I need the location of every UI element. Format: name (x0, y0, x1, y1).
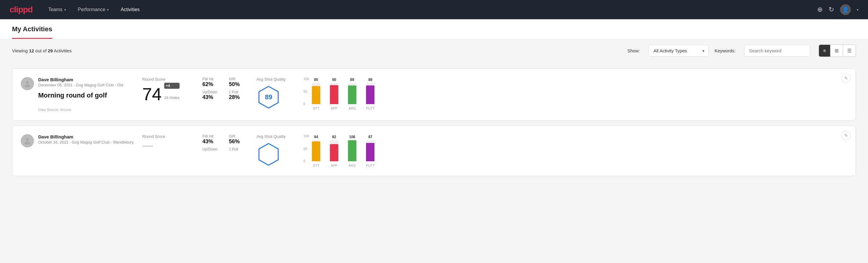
card-quality-section: Avg Shot Quality 89 (249, 77, 298, 109)
bar-track (348, 140, 356, 161)
bars-group: 85 OTT 90 APP 89 ARG 89 (312, 82, 847, 110)
bar-x-label: APP (331, 164, 337, 167)
nav-teams[interactable]: Teams ▾ (47, 4, 67, 15)
bars-group: 94 OTT 82 APP 106 ARG 8 (312, 139, 847, 167)
stat-label: 1 Putt (229, 90, 249, 94)
nav-activities-label: Activities (121, 7, 140, 12)
svg-marker-5 (259, 144, 278, 165)
nav-teams-label: Teams (48, 7, 62, 12)
list-dense-icon: ≡ (823, 48, 826, 54)
navbar: clippd Teams ▾ Performance ▾ Activities … (0, 0, 868, 19)
logo[interactable]: clippd (10, 5, 32, 14)
card-user-name: Dave Billingham (38, 77, 135, 82)
score-label: Round Score (142, 77, 195, 82)
bar-track (366, 83, 374, 104)
list-wide-view-button[interactable]: ☰ (843, 45, 856, 57)
stat-value: 43% (203, 139, 223, 145)
card-user-info: Dave Billingham October 16, 2021 · Gog M… (38, 134, 135, 144)
page-title: My Activities (12, 25, 52, 33)
card-data-source: Data Source: Arccos (38, 108, 135, 112)
bar-fill (312, 141, 320, 161)
bar-fill (348, 140, 356, 161)
bar-value: 90 (332, 78, 336, 82)
card-date-course: October 16, 2021 · Gog Magog Golf Club -… (38, 140, 135, 144)
activity-type-select-wrap: All Activity Types (648, 45, 709, 57)
stat-item: 1 Putt (229, 147, 249, 151)
stat-item: Up/Down 43% (203, 90, 223, 100)
avatar[interactable]: 👤 (840, 4, 851, 15)
card-date-course: December 05, 2021 · Gog Magog Golf Club … (38, 83, 135, 87)
svg-point-1 (25, 85, 30, 87)
viewing-count-text: Viewing 12 out of 29 Activities (12, 48, 71, 53)
bar-value: 94 (314, 135, 318, 139)
card-score-section: Round Score — (135, 134, 195, 151)
quality-label: Avg Shot Quality (256, 77, 286, 82)
stat-label: FW Hit (203, 77, 223, 81)
y-label-50: 50 (304, 90, 309, 93)
add-button[interactable]: ⊕ (817, 6, 823, 13)
bar-fill (366, 143, 374, 161)
bar-value: 85 (314, 78, 318, 82)
grid-icon: ⊞ (835, 48, 839, 54)
bar-x-label: APP (331, 107, 337, 110)
search-input[interactable] (744, 45, 810, 57)
stat-item: FW Hit 43% (203, 134, 223, 145)
bar-value: 82 (332, 135, 336, 139)
bar-track (366, 140, 374, 161)
avatar-chevron[interactable]: ▾ (857, 8, 858, 11)
card-stats-section: FW Hit 62% GIR 50% Up/Down 43% 1 Putt 28… (195, 77, 249, 100)
stat-label: GIR (229, 77, 249, 81)
grid-view-button[interactable]: ⊞ (830, 45, 843, 57)
stat-value: 50% (229, 81, 249, 88)
y-label-0: 0 (304, 159, 309, 163)
card-quality-section: Avg Shot Quality (249, 134, 298, 167)
bar-fill (366, 85, 374, 104)
chart-y-labels: 100 50 0 (304, 77, 309, 106)
y-label-100: 100 (304, 77, 309, 81)
stat-label: Up/Down (203, 90, 223, 94)
chart-bar-col: 94 OTT (312, 135, 320, 167)
view-toggles: ≡ ⊞ ☰ (819, 45, 856, 57)
person-icon (24, 80, 31, 87)
bar-x-label: OTT (313, 164, 319, 167)
y-label-0: 0 (304, 102, 309, 106)
stat-value: 28% (229, 94, 249, 100)
quality-number: 89 (265, 93, 272, 101)
page-title-wrap: My Activities (12, 19, 52, 39)
bar-value: 89 (368, 78, 372, 82)
stat-item: FW Hit 62% (203, 77, 223, 88)
bar-track (330, 83, 338, 104)
chart-bars: 100 50 0 85 OTT 90 APP (304, 77, 847, 110)
nav-activities[interactable]: Activities (119, 4, 141, 15)
edit-button[interactable]: ✎ (841, 74, 851, 83)
card-left: Dave Billingham December 05, 2021 · Gog … (21, 77, 135, 112)
activity-type-select[interactable]: All Activity Types (648, 45, 709, 57)
keywords-label: Keywords: (715, 48, 736, 53)
quality-hex: 89 (256, 85, 281, 109)
stat-label: Up/Down (203, 147, 223, 151)
svg-point-0 (26, 81, 29, 84)
bar-fill (348, 85, 356, 104)
chart-bar-col: 89 PUTT (366, 78, 375, 110)
quality-hex (256, 142, 281, 167)
bar-x-label: ARG (349, 107, 356, 110)
stat-label: 1 Putt (229, 147, 249, 151)
bar-value: 87 (368, 135, 372, 139)
show-label: Show: (627, 48, 640, 53)
svg-point-3 (26, 138, 29, 141)
card-chart-section: 100 50 0 94 OTT 82 APP (298, 134, 847, 167)
bar-x-label: ARG (349, 164, 356, 167)
chart-y-labels: 100 50 0 (304, 134, 309, 163)
edit-button[interactable]: ✎ (841, 130, 851, 140)
cards-area: Dave Billingham December 05, 2021 · Gog … (0, 62, 868, 182)
card-left: Dave Billingham October 16, 2021 · Gog M… (21, 134, 135, 147)
bar-track (330, 140, 338, 161)
bar-fill (330, 85, 338, 104)
nav-performance[interactable]: Performance ▾ (77, 4, 110, 15)
list-dense-view-button[interactable]: ≡ (819, 45, 830, 57)
bar-fill (330, 144, 338, 161)
score-label: Round Score (142, 134, 195, 139)
bar-fill (312, 86, 320, 104)
stat-item: 1 Putt 28% (229, 90, 249, 100)
refresh-button[interactable]: ↻ (829, 6, 834, 13)
